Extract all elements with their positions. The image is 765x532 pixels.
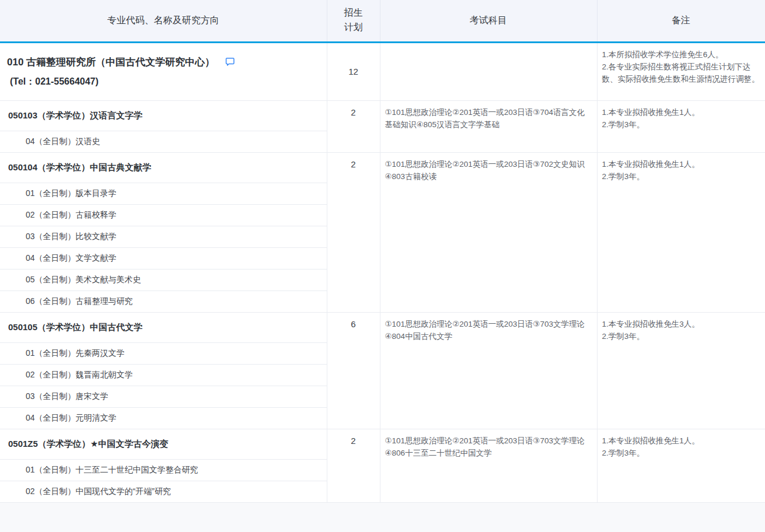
admissions-catalog-table: 专业代码、名称及研究方向 招生计划 考试科目 备注 010 古籍整理研究所（中国… bbox=[0, 0, 765, 503]
institute-notes-cell: 1.本所拟招收学术学位推免生6人。 2.各专业实际招生数将视正式招生计划下达数、… bbox=[597, 42, 765, 100]
major-exam-subjects: ①101思想政治理论②201英语一或203日语③703文学理论④804中国古代文… bbox=[380, 312, 597, 429]
direction-name: 02（全日制）中国现代文学的“开端”研究 bbox=[0, 481, 327, 502]
major-plan-value: 6 bbox=[327, 312, 380, 429]
major-code-name: 050104（学术学位）中国古典文献学 bbox=[0, 152, 327, 183]
header-plan-column: 招生计划 bbox=[327, 0, 380, 42]
comment-bubble-icon[interactable] bbox=[225, 57, 235, 66]
major-code-name: 0501Z5（学术学位）★中国文学古今演变 bbox=[0, 429, 327, 459]
major-notes-cell: 1.本专业拟招收推免生1人。 2.学制3年。 bbox=[597, 152, 765, 312]
note-line: 1.本专业拟招收推免生1人。 bbox=[602, 106, 760, 118]
direction-name: 03（全日制）比较文献学 bbox=[0, 226, 327, 247]
major-notes-cell: 1.本专业拟招收推免生1人。 2.学制3年。 bbox=[597, 429, 765, 502]
direction-name: 01（全日制）十三至二十世纪中国文学整合研究 bbox=[0, 459, 327, 481]
header-exam-column: 考试科目 bbox=[380, 0, 597, 42]
institute-tel: (Tel：021-55664047) bbox=[7, 72, 321, 91]
note-line: 2.学制3年。 bbox=[602, 118, 760, 131]
direction-name: 01（全日制）版本目录学 bbox=[0, 183, 327, 204]
major-plan-value: 2 bbox=[327, 100, 380, 152]
direction-name: 02（全日制）魏晋南北朝文学 bbox=[0, 364, 327, 386]
major-row-050105: 050105（学术学位）中国古代文学 6 ①101思想政治理论②201英语一或2… bbox=[0, 312, 765, 342]
note-line: 2.学制3年。 bbox=[602, 447, 760, 459]
major-exam-subjects: ①101思想政治理论②201英语一或203日语③702文史知识④803古籍校读 bbox=[380, 152, 597, 312]
note-line: 1.本专业拟招收推免生3人。 bbox=[602, 318, 760, 330]
major-code-name: 050103（学术学位）汉语言文字学 bbox=[0, 100, 327, 131]
note-line: 1.本专业拟招收推免生1人。 bbox=[602, 435, 760, 447]
institute-title-line: 010 古籍整理研究所（中国古代文学研究中心） bbox=[7, 52, 321, 72]
major-notes-cell: 1.本专业拟招收推免生1人。 2.学制3年。 bbox=[597, 100, 765, 152]
note-line: 2.学制3年。 bbox=[602, 170, 760, 183]
header-remarks-column: 备注 bbox=[597, 0, 765, 42]
major-plan-value: 2 bbox=[327, 152, 380, 312]
note-line: 1.本所拟招收学术学位推免生6人。 bbox=[602, 48, 760, 61]
note-line: 2.各专业实际招生数将视正式招生计划下达数、实际招收推免生数和生源情况进行调整。 bbox=[602, 61, 760, 85]
major-row-050104: 050104（学术学位）中国古典文献学 2 ①101思想政治理论②201英语一或… bbox=[0, 152, 765, 183]
header-major-column: 专业代码、名称及研究方向 bbox=[0, 0, 327, 42]
note-line: 1.本专业拟招收推免生1人。 bbox=[602, 158, 760, 170]
major-notes-cell: 1.本专业拟招收推免生3人。 2.学制3年。 bbox=[597, 312, 765, 429]
table-header: 专业代码、名称及研究方向 招生计划 考试科目 备注 bbox=[0, 0, 765, 42]
major-plan-value: 2 bbox=[327, 429, 380, 502]
institute-title: 010 古籍整理研究所（中国古代文学研究中心） bbox=[7, 57, 215, 68]
direction-name: 03（全日制）唐宋文学 bbox=[0, 386, 327, 407]
header-plan-label: 招生计划 bbox=[344, 6, 364, 35]
institute-name-cell: 010 古籍整理研究所（中国古代文学研究中心） (Tel：021-5566404… bbox=[0, 42, 327, 100]
direction-name: 04（全日制）汉语史 bbox=[0, 131, 327, 152]
institute-row: 010 古籍整理研究所（中国古代文学研究中心） (Tel：021-5566404… bbox=[0, 42, 765, 100]
direction-name: 04（全日制）元明清文学 bbox=[0, 407, 327, 429]
direction-name: 06（全日制）古籍整理与研究 bbox=[0, 290, 327, 312]
major-row-050103: 050103（学术学位）汉语言文字学 2 ①101思想政治理论②201英语一或2… bbox=[0, 100, 765, 131]
major-code-name: 050105（学术学位）中国古代文学 bbox=[0, 312, 327, 342]
institute-exam-cell bbox=[380, 42, 597, 100]
direction-name: 02（全日制）古籍校释学 bbox=[0, 204, 327, 226]
major-exam-subjects: ①101思想政治理论②201英语一或203日语③703文学理论④806十三至二十… bbox=[380, 429, 597, 502]
institute-plan-value: 12 bbox=[327, 42, 380, 100]
direction-name: 01（全日制）先秦两汉文学 bbox=[0, 342, 327, 364]
major-row-0501Z5: 0501Z5（学术学位）★中国文学古今演变 2 ①101思想政治理论②201英语… bbox=[0, 429, 765, 459]
major-exam-subjects: ①101思想政治理论②201英语一或203日语③704语言文化基础知识④805汉… bbox=[380, 100, 597, 152]
direction-name: 05（全日制）美术文献与美术史 bbox=[0, 269, 327, 290]
direction-name: 04（全日制）文学文献学 bbox=[0, 247, 327, 269]
note-line: 2.学制3年。 bbox=[602, 330, 760, 342]
